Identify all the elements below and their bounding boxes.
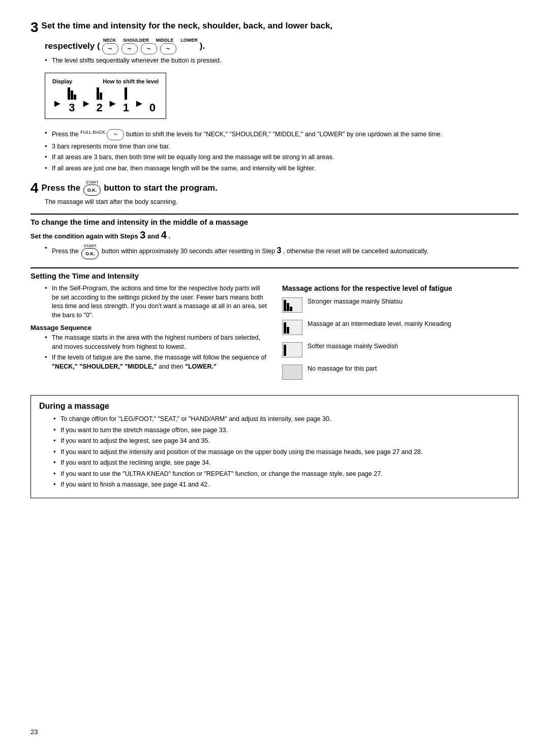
seq-bullet-2: • If the levels of fatigue are the same,…: [45, 353, 267, 371]
level-0-item: 0: [149, 87, 156, 114]
shoulder-label: SHOULDER: [123, 38, 149, 43]
level-3-item: 3: [68, 87, 76, 114]
during-bullet-2-text: If you want to turn the stretch massage …: [60, 426, 510, 435]
change-steps-note: Set the condition again with Steps 3 and…: [30, 229, 518, 241]
diagram-header: Display How to shift the level: [52, 78, 159, 84]
massage-sequence-title: Massage Sequence: [30, 324, 267, 331]
bullet-all3bars: • If all areas are 3 bars, then both tim…: [45, 153, 518, 162]
neck-button[interactable]: [102, 43, 118, 54]
setting-section-title: Setting the Time and Intensity: [30, 271, 518, 280]
during-title: During a massage: [39, 402, 510, 411]
change-bullet: • Press the START O.K. button within app…: [45, 244, 518, 259]
action-text-1: Softer massage mainly Swedish: [308, 342, 398, 351]
bar-icon-3: [68, 87, 76, 100]
bullet-fullback-text: Press the FULL BACK button to shift the …: [52, 129, 518, 140]
bullet-3bars-text: 3 bars represents more time than one bar…: [52, 142, 518, 152]
during-bullet-7-text: If you want to finish a massage, see pag…: [60, 480, 510, 490]
bar-icon-2: [97, 87, 102, 100]
during-bullet-5-text: If you want to adjust the reclining angl…: [60, 459, 510, 468]
action-icon-0: [282, 365, 302, 380]
step3-big: 3: [140, 229, 145, 240]
during-bullet-2: • If you want to turn the stretch massag…: [53, 426, 510, 435]
during-bullet-5: • If you want to adjust the reclining an…: [53, 459, 510, 468]
change-section-rule: [30, 214, 518, 215]
setting-left-col: • In the Self-Program, the actions and t…: [30, 284, 267, 387]
ok-circle-text: O.K.: [83, 185, 101, 196]
diagram-levels: ► 3 ► 2 ►: [52, 87, 159, 114]
seq-bullet-1-text: The massage starts in the area with the …: [52, 334, 267, 351]
action-item-3: Stronger massage mainly Shiatsu: [282, 297, 518, 313]
during-bullet-3-text: If you want to adjust the legrest, see p…: [60, 437, 510, 446]
during-bullet-6-text: If you want to use the "ULTRA KNEAD" fun…: [60, 470, 510, 479]
bar3-2: [71, 90, 73, 100]
bullet-onebar-text: If all areas are just one bar, then mass…: [52, 164, 518, 173]
how-to-label: How to shift the level: [103, 78, 159, 84]
setting-section: Setting the Time and Intensity • In the …: [30, 271, 518, 387]
step3-subtitle: respectively ( NECK SHOULDER MIDDLE LOWE…: [45, 38, 518, 54]
setting-right-col: Massage actions for the respective level…: [282, 284, 518, 387]
fullback-button[interactable]: [107, 129, 124, 140]
bullet-onebar: • If all areas are just one bar, then ma…: [45, 164, 518, 173]
setting-two-col: • In the Self-Program, the actions and t…: [30, 284, 518, 387]
setting-main-text: In the Self-Program, the actions and tim…: [52, 284, 267, 320]
level-num-2: 2: [97, 101, 103, 114]
action-icon-1: [282, 342, 302, 357]
change-section: To change the time and intensity in the …: [30, 218, 518, 259]
bullet-fullback: • Press the FULL BACK button to shift th…: [45, 129, 518, 140]
step3-subtitle-end: ).: [200, 41, 205, 51]
step4-number: 4: [30, 180, 39, 196]
lower-label: LOWER: [180, 38, 198, 43]
action-icon-3: [282, 297, 302, 313]
inline-ok-text: O.K.: [81, 248, 99, 259]
neck-label: NECK: [103, 38, 116, 43]
arrow1: ►: [52, 98, 63, 109]
step4-big: 4: [161, 229, 167, 240]
action-text-0: No massage for this part: [308, 365, 377, 374]
level-diagram: Display How to shift the level ► 3 ►: [45, 73, 166, 119]
setting-section-rule: [30, 267, 518, 268]
arrow2: ►: [81, 98, 92, 109]
setting-main-bullet: • In the Self-Program, the actions and t…: [45, 284, 267, 320]
middle-button[interactable]: [141, 43, 157, 54]
shoulder-button[interactable]: [121, 43, 138, 54]
step4-title-post: button to start the program.: [104, 183, 218, 193]
step4-section: 4 Press the START O.K. button to start t…: [30, 180, 518, 205]
during-bullet-1-text: To change off/on for "LEG/FOOT," "SEAT,"…: [60, 415, 510, 424]
bar3-3: [74, 95, 76, 100]
during-bullet-7: • If you want to finish a massage, see p…: [53, 480, 510, 490]
action-item-1: Softer massage mainly Swedish: [282, 342, 518, 357]
level-num-1: 1: [123, 101, 129, 114]
bullet-3bars: • 3 bars represents more time than one b…: [45, 142, 518, 152]
step3-title: Set the time and intensity for the neck,…: [42, 20, 332, 32]
action-text-3: Stronger massage mainly Shiatsu: [308, 297, 403, 307]
during-bullet-6: • If you want to use the "ULTRA KNEAD" f…: [53, 470, 510, 479]
bar1-1: [125, 87, 127, 100]
middle-label: MIDDLE: [156, 38, 174, 43]
bar2-1: [97, 87, 99, 100]
right-col-title: Massage actions for the respective level…: [282, 284, 518, 292]
action-item-2: Massage at an intermediate level, mainly…: [282, 320, 518, 335]
display-label: Display: [52, 78, 72, 84]
action-item-0: No massage for this part: [282, 365, 518, 380]
bullet-all3bars-text: If all areas are 3 bars, then both time …: [52, 153, 518, 162]
lower-button[interactable]: [160, 43, 176, 54]
change-bullet-text: Press the START O.K. button within appro…: [52, 244, 518, 259]
start-ok-button[interactable]: START O.K.: [83, 180, 101, 196]
inline-start-label: START: [84, 244, 97, 248]
inline-ok-btn[interactable]: START O.K.: [81, 244, 99, 259]
step3-subtitle-text: respectively (: [45, 41, 100, 51]
step3-section: 3 Set the time and intensity for the nec…: [30, 20, 518, 173]
step4-header: 4 Press the START O.K. button to start t…: [30, 180, 518, 196]
arrow3: ►: [108, 98, 118, 109]
step3-header: 3 Set the time and intensity for the nec…: [30, 20, 518, 35]
level-num-0: 0: [149, 101, 156, 114]
bar3-1: [68, 87, 70, 100]
bar-icon-0: [150, 87, 155, 100]
action-icon-2: [282, 320, 302, 335]
during-bullet-4: • If you want to adjust the intensity an…: [53, 448, 510, 457]
during-bullet-4-text: If you want to adjust the intensity and …: [60, 448, 510, 457]
level-note-text: The level shifts sequentially whenever t…: [52, 56, 518, 66]
bar2-2: [100, 93, 102, 100]
and-text: and: [147, 232, 159, 240]
level-note-bullet: • The level shifts sequentially whenever…: [45, 56, 518, 66]
